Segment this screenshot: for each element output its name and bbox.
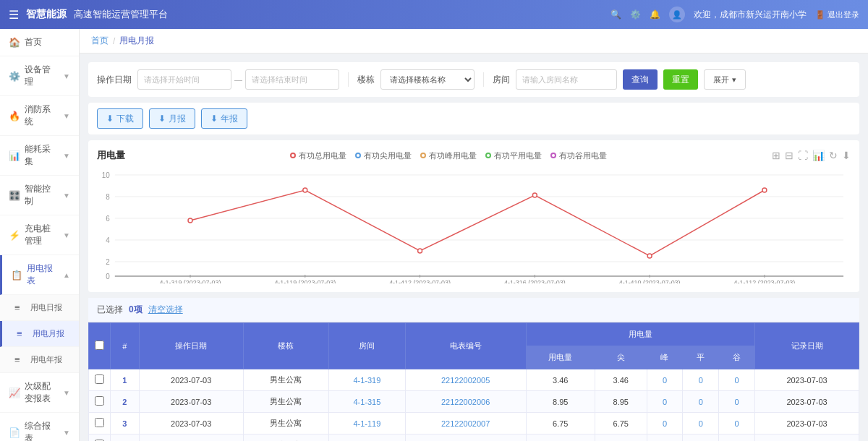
row-record-date: 2023-07-03 bbox=[755, 369, 859, 391]
search-icon[interactable]: 🔍 bbox=[610, 9, 621, 20]
table-body: 1 2023-07-03 男生公寓 4-1-319 22122002005 3.… bbox=[89, 369, 859, 442]
reset-button[interactable]: 重置 bbox=[663, 69, 698, 90]
row-checkbox[interactable] bbox=[95, 418, 104, 427]
chart-legend: 有功总用电量 有功尖用电量 有功峰用电量 有功平用电量 bbox=[290, 150, 607, 161]
row-room[interactable]: 4-1-119 bbox=[328, 413, 405, 434]
breadcrumb-home[interactable]: 首页 bbox=[91, 35, 109, 47]
chevron-down-icon-3: ▼ bbox=[63, 152, 70, 160]
yearly-export-button[interactable]: ⬇ 年报 bbox=[201, 108, 247, 129]
sidebar-item-home[interactable]: 🏠 首页 bbox=[0, 29, 79, 56]
date-separator: — bbox=[234, 75, 242, 84]
legend-dot-total bbox=[290, 153, 296, 158]
row-building: 男生公寓 bbox=[243, 369, 328, 391]
th-record-date: 记录日期 bbox=[755, 323, 859, 369]
energy-icon: 📊 bbox=[9, 150, 20, 161]
row-flat: 0 bbox=[683, 413, 719, 434]
date-range: — bbox=[137, 69, 339, 90]
sidebar-item-report-daily[interactable]: ≡ 用电日报 bbox=[0, 295, 79, 321]
th-room: 房间 bbox=[328, 323, 405, 369]
row-meter[interactable]: 22122002007 bbox=[405, 413, 526, 434]
app-title: 高速智能运营管理平台 bbox=[74, 8, 168, 21]
row-peak-f: 0 bbox=[647, 413, 683, 434]
sidebar-item-control[interactable]: 🎛️ 智能控制 ▼ bbox=[0, 176, 79, 215]
row-date: 2023-07-03 bbox=[139, 369, 243, 391]
sidebar-label-report: 用电报表 bbox=[27, 262, 59, 287]
date-start-input[interactable] bbox=[137, 69, 231, 90]
data-table: # 操作日期 楼栋 房间 电表编号 用电量 记录日期 用电量 尖 峰 bbox=[88, 322, 859, 441]
sidebar-item-comprehensive[interactable]: 📄 综合报表 ▼ bbox=[0, 413, 79, 441]
more-button[interactable]: 展开 ▾ bbox=[704, 69, 746, 90]
selected-count: 0项 bbox=[129, 304, 142, 316]
main-layout: 🏠 首页 ⚙️ 设备管理 ▼ 🔥 消防系统 ▼ 📊 能耗采集 ▼ 🎛️ 智能控制… bbox=[0, 29, 868, 441]
download-button[interactable]: ⬇ 下载 bbox=[97, 108, 143, 129]
row-checkbox[interactable] bbox=[95, 374, 104, 384]
table-row: 2 2023-07-03 男生公寓 4-1-315 22122002006 8.… bbox=[89, 391, 859, 413]
sidebar-label-comprehensive: 综合报表 bbox=[25, 420, 59, 441]
sidebar-label-monthly: 用电月报 bbox=[33, 328, 70, 339]
row-room[interactable]: 4-1-213 bbox=[328, 434, 405, 442]
hamburger-icon[interactable]: ☰ bbox=[9, 8, 19, 22]
svg-text:8: 8 bbox=[106, 193, 110, 201]
sidebar-item-fire[interactable]: 🔥 消防系统 ▼ bbox=[0, 96, 79, 136]
sidebar: 🏠 首页 ⚙️ 设备管理 ▼ 🔥 消防系统 ▼ 📊 能耗采集 ▼ 🎛️ 智能控制… bbox=[0, 29, 80, 441]
row-record-date: 2023-07-03 bbox=[755, 391, 859, 413]
report-icon: 📋 bbox=[11, 270, 22, 281]
svg-text:4-1-412 (2023-07-03): 4-1-412 (2023-07-03) bbox=[389, 279, 451, 283]
zoom-out-icon[interactable]: ⊟ bbox=[785, 150, 793, 161]
row-checkbox-cell bbox=[89, 434, 111, 442]
clear-selection-btn[interactable]: 清空选择 bbox=[148, 304, 183, 316]
row-checkbox[interactable] bbox=[95, 396, 104, 406]
row-building: 男生公寓 bbox=[243, 391, 328, 413]
legend-valley: 有功谷用电量 bbox=[550, 150, 607, 161]
date-end-input[interactable] bbox=[245, 69, 339, 90]
row-valley: 0 bbox=[719, 391, 755, 413]
sidebar-item-report[interactable]: 📋 用电报表 ▲ bbox=[0, 255, 79, 295]
selected-bar: 已选择 0项 清空选择 bbox=[88, 298, 859, 322]
bell-icon[interactable]: 🔔 bbox=[650, 9, 660, 20]
row-room[interactable]: 4-1-319 bbox=[328, 369, 405, 391]
row-room[interactable]: 4-1-315 bbox=[328, 391, 405, 413]
svg-text:4: 4 bbox=[106, 236, 110, 244]
sidebar-label-home: 首页 bbox=[25, 36, 70, 48]
filter-divider-1 bbox=[348, 72, 349, 87]
sidebar-item-charge[interactable]: ⚡ 充电桩管理 ▼ bbox=[0, 215, 79, 255]
row-total: 6.75 bbox=[526, 413, 595, 434]
row-valley: 0 bbox=[719, 369, 755, 391]
date-label: 操作日期 bbox=[97, 74, 132, 86]
svg-text:4-1-319 (2023-07-03): 4-1-319 (2023-07-03) bbox=[160, 279, 221, 283]
sidebar-item-substation[interactable]: 📈 次级配变报表 ▼ bbox=[0, 373, 79, 413]
row-meter[interactable]: 22122002006 bbox=[405, 391, 526, 413]
sidebar-item-device[interactable]: ⚙️ 设备管理 ▼ bbox=[0, 56, 79, 96]
row-building: 男生公寓 bbox=[243, 434, 328, 442]
select-all-checkbox[interactable] bbox=[95, 341, 104, 350]
room-input[interactable] bbox=[516, 69, 617, 90]
building-select[interactable]: 请选择楼栋名称 bbox=[380, 69, 475, 90]
substation-icon: 📈 bbox=[9, 388, 20, 398]
row-valley: 0 bbox=[719, 434, 755, 442]
chevron-up-icon: ▲ bbox=[63, 271, 70, 279]
monthly-export-button[interactable]: ⬇ 月报 bbox=[149, 108, 195, 129]
fullscreen-icon[interactable]: ⛶ bbox=[798, 150, 808, 161]
app-logo: 智慧能源 bbox=[26, 8, 67, 21]
refresh-icon[interactable]: ↻ bbox=[829, 150, 838, 161]
logout-btn[interactable]: 🚪 退出登录 bbox=[815, 9, 859, 20]
row-meter[interactable]: 22122002004 bbox=[405, 434, 526, 442]
search-button[interactable]: 查询 bbox=[623, 69, 658, 90]
user-info: 欢迎，成都市新兴运开南小学 bbox=[694, 9, 807, 21]
row-checkbox-cell bbox=[89, 413, 111, 434]
zoom-in-icon[interactable]: ⊞ bbox=[772, 150, 780, 161]
sidebar-item-report-yearly[interactable]: ≡ 用电年报 bbox=[0, 347, 79, 373]
sidebar-label-daily: 用电日报 bbox=[30, 302, 70, 313]
sidebar-label-fire: 消防系统 bbox=[25, 103, 59, 128]
legend-dot-peak-f bbox=[420, 153, 426, 158]
svg-text:2: 2 bbox=[106, 258, 110, 266]
sidebar-item-report-monthly[interactable]: ≡ 用电月报 bbox=[0, 321, 79, 347]
settings-icon[interactable]: ⚙️ bbox=[630, 9, 641, 20]
row-meter[interactable]: 22122002005 bbox=[405, 369, 526, 391]
chart-point-3 bbox=[418, 249, 422, 253]
sidebar-item-energy[interactable]: 📊 能耗采集 ▼ bbox=[0, 136, 79, 176]
chart-download-icon[interactable]: ⬇ bbox=[842, 150, 851, 161]
yearly-icon: ⬇ bbox=[210, 114, 218, 124]
chart-type-icon[interactable]: 📊 bbox=[812, 150, 825, 161]
room-label: 房间 bbox=[493, 74, 510, 86]
